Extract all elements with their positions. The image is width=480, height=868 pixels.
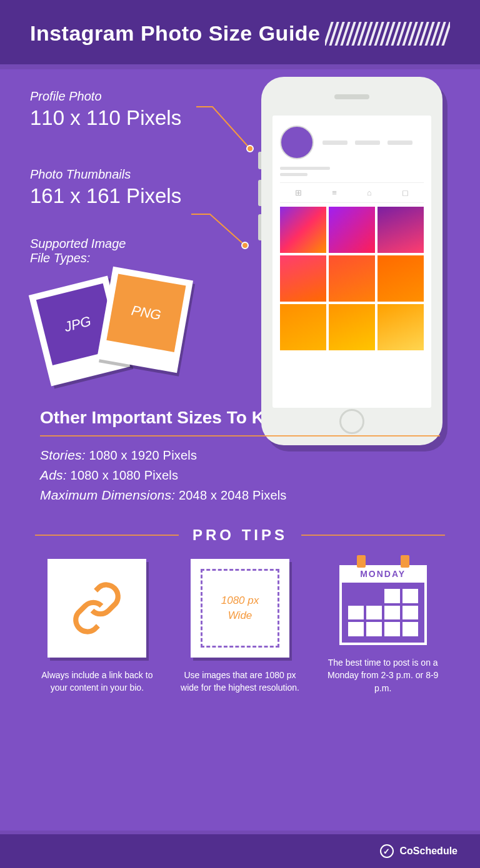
protip-link-text: Always include a link back to your conte… bbox=[35, 669, 159, 694]
ads-label: Ads: bbox=[40, 468, 67, 482]
protips-section: PRO TIPS Always include a link back to y… bbox=[0, 514, 480, 694]
calendar-day: MONDAY bbox=[339, 565, 427, 583]
protip-link: Always include a link back to your conte… bbox=[35, 559, 159, 694]
link-icon bbox=[69, 580, 125, 636]
divider bbox=[40, 435, 440, 436]
page-title: Instagram Photo Size Guide bbox=[30, 21, 321, 46]
protip-timing-text: The best time to post is on a Monday fro… bbox=[321, 656, 445, 694]
header: Instagram Photo Size Guide bbox=[0, 0, 480, 64]
width-card: 1080 px Wide bbox=[191, 559, 289, 658]
stat-placeholders bbox=[322, 141, 424, 145]
filetypes-label: Supported Image File Types: bbox=[30, 237, 218, 265]
bio-placeholder bbox=[280, 167, 330, 176]
tagged-icon: ⌂ bbox=[367, 188, 372, 197]
protip-width-text: Use images that are 1080 px wide for the… bbox=[178, 669, 302, 694]
phone-screen: ⊞ ≡ ⌂ ◻ bbox=[272, 116, 431, 408]
protips-heading: PRO TIPS bbox=[192, 526, 288, 544]
protip-timing: MONDAY The best time to post is on a Mon… bbox=[321, 559, 445, 694]
brand-name: CoSchedule bbox=[400, 846, 458, 857]
avatar-icon bbox=[280, 126, 314, 159]
calendar-icon: MONDAY bbox=[339, 559, 427, 645]
brand-icon: ✓ bbox=[380, 844, 394, 858]
polaroid-png: PNG bbox=[97, 267, 193, 373]
phone-mockup: ⊞ ≡ ⌂ ◻ bbox=[261, 77, 442, 445]
divider-left bbox=[35, 535, 179, 536]
divider-right bbox=[301, 535, 445, 536]
svg-point-1 bbox=[242, 242, 248, 249]
polaroid-group: PNG JPG bbox=[39, 273, 218, 385]
ads-value: 1080 x 1080 Pixels bbox=[71, 468, 179, 482]
hatch-decoration bbox=[325, 22, 450, 46]
svg-point-0 bbox=[247, 145, 253, 152]
max-label: Maximum Dimensions: bbox=[40, 488, 175, 502]
grid-icon: ⊞ bbox=[295, 188, 302, 197]
stories-value: 1080 x 1920 Pixels bbox=[89, 448, 198, 462]
link-card bbox=[48, 559, 146, 658]
bookmark-icon: ◻ bbox=[402, 188, 409, 197]
width-card-label: 1080 px Wide bbox=[201, 569, 279, 648]
profile-tabs: ⊞ ≡ ⌂ ◻ bbox=[280, 182, 424, 203]
photo-grid bbox=[280, 207, 424, 350]
png-label: PNG bbox=[106, 274, 186, 352]
main-diagram: Profile Photo 110 x 110 Pixels Photo Thu… bbox=[0, 64, 480, 392]
other-sizes-rows: Stories: 1080 x 1920 Pixels Ads: 1080 x … bbox=[40, 448, 440, 503]
filetypes-spec: Supported Image File Types: PNG JPG bbox=[30, 237, 218, 385]
list-icon: ≡ bbox=[332, 188, 337, 197]
max-value: 2048 x 2048 Pixels bbox=[179, 488, 287, 502]
footer: ✓ CoSchedule bbox=[0, 834, 480, 868]
stories-label: Stories: bbox=[40, 448, 86, 462]
protip-width: 1080 px Wide Use images that are 1080 px… bbox=[178, 559, 302, 694]
